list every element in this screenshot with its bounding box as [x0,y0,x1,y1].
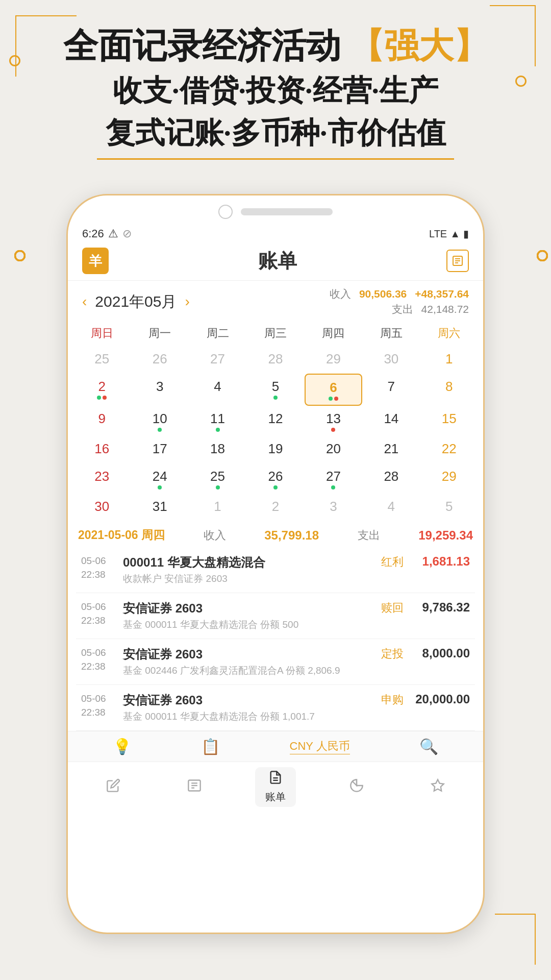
tx-amount: 20,000.00 [414,692,470,706]
tx-tag: 赎回 [377,600,408,616]
income-label: 收入 [330,287,351,301]
income-value: 90,506.36 [359,288,407,300]
cal-day[interactable]: 5 [246,374,304,406]
cal-day[interactable]: 1 [420,346,478,374]
header-line3: 复式记账·多币种·市价估值 [0,114,551,152]
balance-value: +48,357.64 [415,288,469,300]
cal-day[interactable]: 24 [131,463,188,494]
nav-bills[interactable]: 账单 [255,767,296,807]
tx-time: 05-0622:38 [81,600,117,627]
cal-day[interactable]: 9 [73,406,131,436]
cal-day[interactable]: 3 [131,374,188,406]
cal-day[interactable]: 2 [73,374,131,406]
cal-day[interactable]: 7 [362,374,420,406]
status-time: 6:26 [82,227,104,240]
cal-day[interactable]: 20 [305,436,362,463]
cal-day[interactable]: 27 [189,346,246,374]
records-nav-icon [187,778,202,796]
selected-income: 35,799.18 [264,528,319,543]
cal-day[interactable]: 8 [420,374,478,406]
tx-info: 安信证券 2603基金 000011 华夏大盘精选混合 份额 500 [123,600,371,631]
cal-day[interactable]: 19 [246,436,304,463]
cal-day[interactable]: 26 [246,463,304,494]
nav-stats[interactable] [336,778,377,796]
weekdays-row: 周日 周一 周二 周三 周四 周五 周六 [73,321,478,346]
svg-marker-10 [432,779,443,791]
cal-day[interactable]: 29 [305,346,362,374]
cal-day[interactable]: 2 [246,494,304,521]
app-logo: 羊 [82,248,109,274]
transaction-item[interactable]: 05-0622:38安信证券 2603基金 002446 广发利鑫灵活配置混合A… [76,639,475,685]
stats-nav-icon [349,778,364,796]
cal-day[interactable]: 5 [420,494,478,521]
calendar-days[interactable]: 2526272829301234567891011121314151617181… [73,346,478,521]
edit-icon[interactable] [446,250,469,272]
cal-day[interactable]: 1 [189,494,246,521]
nav-records[interactable] [174,778,215,796]
bottom-toolbar: 💡 📋 CNY 人民币 🔍 [68,731,483,762]
cal-day[interactable]: 23 [73,463,131,494]
nav-assets[interactable] [417,778,458,796]
weekday-sat: 周六 [420,324,478,343]
next-month-btn[interactable]: › [185,293,189,310]
header-section: 全面记录经济活动 【强大】 收支·借贷·投资·经营·生产 复式记账·多币种·市价… [0,26,551,160]
list-icon[interactable]: 📋 [201,738,220,755]
header-line2: 收支·借贷·投资·经营·生产 [0,71,551,110]
cal-day[interactable]: 25 [73,346,131,374]
phone-camera [218,205,233,219]
tx-info: 安信证券 2603基金 000011 华夏大盘精选混合 份额 1,001.7 [123,692,371,723]
cal-day[interactable]: 3 [305,494,362,521]
weekday-wed: 周三 [246,324,304,343]
tx-sub: 基金 002446 广发利鑫灵活配置混合A 份额 2,806.9 [123,664,371,677]
cal-day[interactable]: 22 [420,436,478,463]
transaction-item[interactable]: 05-0622:38安信证券 2603基金 000011 华夏大盘精选混合 份额… [76,685,475,731]
cal-day[interactable]: 4 [362,494,420,521]
weekday-tue: 周二 [189,324,246,343]
currency-selector[interactable]: CNY 人民币 [290,739,350,754]
status-left: 6:26 ⚠ ⊘ [82,227,132,240]
nav-edit[interactable] [93,778,134,796]
cal-day[interactable]: 11 [189,406,246,436]
cal-day[interactable]: 13 [305,406,362,436]
cal-day[interactable]: 25 [189,463,246,494]
tx-time: 05-0622:38 [81,692,117,719]
transaction-item[interactable]: 05-0622:38000011 华夏大盘精选混合收款帐户 安信证券 2603红… [76,547,475,593]
cal-day[interactable]: 30 [73,494,131,521]
cal-day[interactable]: 15 [420,406,478,436]
cal-day[interactable]: 26 [131,346,188,374]
tx-tag: 申购 [377,692,408,707]
cal-day[interactable]: 14 [362,406,420,436]
month-label: 2021年05月 [95,291,177,312]
prev-month-btn[interactable]: ‹ [82,293,87,310]
cal-day[interactable]: 12 [246,406,304,436]
cal-day[interactable]: 28 [246,346,304,374]
selected-expense: 19,259.34 [418,528,473,543]
cal-day[interactable]: 16 [73,436,131,463]
cal-day[interactable]: 17 [131,436,188,463]
tx-tag: 定投 [377,646,408,662]
search-icon[interactable]: 🔍 [419,738,438,755]
tx-sub: 基金 000011 华夏大盘精选混合 份额 1,001.7 [123,710,371,723]
cal-day[interactable]: 31 [131,494,188,521]
tx-sub: 收款帐户 安信证券 2603 [123,572,371,585]
tx-name: 安信证券 2603 [123,692,371,708]
status-lte: LTE [429,228,447,240]
cal-day[interactable]: 28 [362,463,420,494]
cal-day[interactable]: 6 [305,374,362,406]
cal-day[interactable]: 30 [362,346,420,374]
phone-top-bar [68,195,483,224]
app-header: 羊 账单 [68,243,483,281]
cal-day[interactable]: 21 [362,436,420,463]
weekday-thu: 周四 [305,324,362,343]
tx-info: 000011 华夏大盘精选混合收款帐户 安信证券 2603 [123,554,371,585]
cal-day[interactable]: 10 [131,406,188,436]
cal-day[interactable]: 18 [189,436,246,463]
phone-outer: 6:26 ⚠ ⊘ LTE ▲ ▮ 羊 账单 [66,194,485,934]
lightbulb-icon[interactable]: 💡 [113,738,132,755]
transaction-item[interactable]: 05-0622:38安信证券 2603基金 000011 华夏大盘精选混合 份额… [76,593,475,639]
cal-day[interactable]: 29 [420,463,478,494]
cal-day[interactable]: 4 [189,374,246,406]
tx-name: 安信证券 2603 [123,646,371,663]
cal-day[interactable]: 27 [305,463,362,494]
tx-name: 000011 华夏大盘精选混合 [123,554,371,571]
